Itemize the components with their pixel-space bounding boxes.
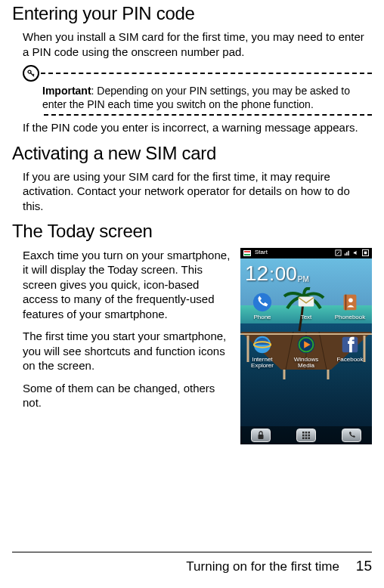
- text-app[interactable]: Text: [286, 292, 326, 320]
- status-edit-icon: [335, 249, 342, 256]
- status-volume-icon: [353, 249, 360, 256]
- phone-status-bar: Start: [240, 248, 372, 258]
- facebook-app[interactable]: Facebook: [330, 334, 370, 363]
- svg-point-19: [253, 292, 271, 311]
- svg-rect-30: [259, 435, 264, 439]
- svg-rect-5: [346, 252, 347, 256]
- svg-rect-6: [348, 251, 348, 255]
- today-p1: Eaxch time you turn on your smartphone, …: [23, 248, 231, 322]
- status-signal-icon: [344, 249, 351, 256]
- svg-rect-38: [305, 437, 308, 439]
- pin-warning-text: If the PIN code you enter is incorrect, …: [12, 120, 372, 135]
- today-p3: Some of them can be changed, others not.: [23, 381, 231, 410]
- pin-body-text: When you install a SIM card for the firs…: [12, 29, 372, 59]
- clock-minutes: 00: [275, 262, 297, 287]
- status-start-label: Start: [255, 249, 268, 256]
- dashed-divider-bottom: [44, 114, 372, 116]
- wmp-app-label-2: Media: [286, 363, 326, 369]
- svg-rect-33: [308, 432, 311, 434]
- phone-clock: 12 : 00 PM: [240, 258, 372, 287]
- svg-rect-35: [305, 434, 308, 436]
- svg-rect-36: [308, 434, 311, 436]
- apps-button[interactable]: [296, 429, 316, 442]
- svg-rect-31: [302, 432, 305, 434]
- heading-activating-sim: Activating a new SIM card: [12, 141, 372, 165]
- phone-app-label: Phone: [243, 314, 282, 320]
- phone-app-row-1: Phone Text Phonebook: [240, 292, 372, 320]
- svg-rect-32: [305, 432, 308, 434]
- svg-rect-34: [302, 434, 305, 436]
- facebook-app-label: Facebook: [330, 357, 370, 363]
- heading-entering-pin: Entering your PIN code: [12, 2, 372, 25]
- heading-today-screen: The Today screen: [12, 219, 372, 243]
- svg-point-0: [28, 70, 31, 73]
- clock-separator: :: [269, 262, 274, 286]
- wmp-app-icon: [296, 334, 317, 355]
- start-flag-icon: [243, 250, 251, 256]
- phone-icon: [347, 431, 356, 440]
- svg-rect-39: [308, 437, 311, 439]
- footer-page-number: 15: [356, 557, 372, 576]
- ie-app-label-2: Explorer: [243, 363, 282, 369]
- footer-rule: [12, 552, 372, 552]
- text-app-icon: [296, 292, 317, 313]
- key-icon: [23, 65, 39, 82]
- facebook-app-icon: [339, 334, 361, 355]
- svg-rect-37: [302, 437, 305, 439]
- svg-rect-20: [299, 296, 314, 306]
- lock-button[interactable]: [251, 429, 271, 442]
- clock-hours: 12: [245, 263, 268, 284]
- svg-line-2: [33, 74, 35, 76]
- svg-rect-22: [345, 294, 346, 310]
- svg-rect-9: [364, 252, 367, 255]
- phonebook-app-label: Phonebook: [330, 314, 370, 320]
- page-footer: Turning on for the first time 15: [12, 552, 372, 576]
- apps-grid-icon: [302, 431, 311, 440]
- phone-bottom-bar: [240, 426, 372, 444]
- ie-app[interactable]: Internet Explorer: [243, 334, 282, 370]
- phonebook-app[interactable]: Phonebook: [330, 292, 370, 320]
- phone-app-row-2: Internet Explorer Windows Media Facebook: [240, 334, 372, 370]
- dashed-divider-top: [41, 73, 372, 74]
- important-note-block: Important: Depending on your PIN setting…: [23, 65, 372, 116]
- important-label: Important: [42, 85, 91, 97]
- today-screen-phone-image: Start 12 : 00 PM: [240, 248, 372, 444]
- footer-chapter-title: Turning on for the first time: [186, 559, 339, 575]
- status-close-icon: [362, 249, 369, 256]
- clock-ampm: PM: [298, 274, 309, 286]
- svg-rect-4: [345, 253, 345, 255]
- wmp-app[interactable]: Windows Media: [286, 334, 326, 370]
- svg-marker-7: [354, 251, 357, 255]
- dialer-button[interactable]: [342, 429, 361, 442]
- activate-body-text: If you are using your SIM card for the f…: [12, 169, 372, 214]
- phone-app[interactable]: Phone: [243, 292, 282, 320]
- text-app-label: Text: [286, 314, 326, 320]
- svg-point-23: [348, 298, 353, 302]
- lock-icon: [256, 431, 265, 440]
- phonebook-app-icon: [339, 292, 361, 313]
- today-p2: The first time you start your smartphone…: [23, 329, 231, 373]
- phone-app-icon: [252, 292, 273, 313]
- important-note-text: Important: Depending on your PIN setting…: [23, 82, 372, 114]
- ie-app-icon: [252, 334, 273, 355]
